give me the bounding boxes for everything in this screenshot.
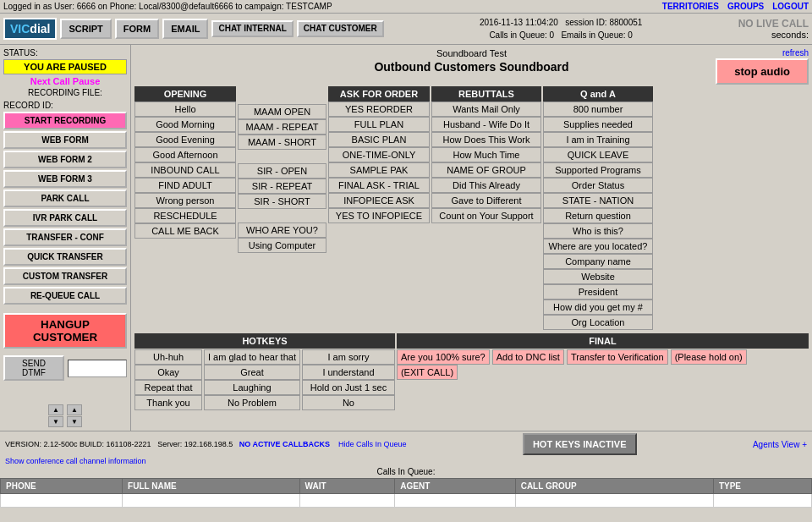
park-call-button[interactable]: PARK CALL <box>3 190 127 207</box>
sb-please-hold[interactable]: (Please hold on) <box>671 349 747 365</box>
sb-no-problem[interactable]: No Problem <box>204 395 300 410</box>
sb-order-status[interactable]: Order Status <box>543 178 653 193</box>
sb-infopiece-ask[interactable]: INFOPIECE ASK <box>328 193 430 208</box>
sb-where-located[interactable]: Where are you located? <box>543 239 653 254</box>
sb-good-evening[interactable]: Good Evening <box>134 132 236 147</box>
sb-president[interactable]: President <box>543 284 653 299</box>
territories-link[interactable]: TERRITORIES <box>662 2 719 11</box>
refresh-link[interactable]: refresh <box>782 48 809 58</box>
sb-hello[interactable]: Hello <box>134 102 236 117</box>
vol-down2-button[interactable]: ▼ <box>67 416 82 427</box>
sb-sample-pak[interactable]: SAMPLE PAK <box>328 162 430 178</box>
no-callbacks-link[interactable]: NO ACTIVE CALLBACKS <box>239 440 330 448</box>
sb-exit-call[interactable]: (EXIT CALL) <box>397 365 458 380</box>
email-button[interactable]: EMAIL <box>162 19 208 39</box>
logout-link[interactable]: LOGOUT <box>772 2 809 11</box>
hide-calls-link[interactable]: Hide Calls In Queue <box>338 440 407 448</box>
sb-maam-short[interactable]: MAAM - SHORT <box>238 135 326 150</box>
sb-i-understand[interactable]: I understand <box>302 365 395 380</box>
sb-company-name[interactable]: Company name <box>543 254 653 269</box>
send-dtmf-button[interactable]: SEND DTMF <box>3 355 64 381</box>
sb-thank-you[interactable]: Thank you <box>134 395 202 410</box>
sb-glad-hear[interactable]: I am glad to hear that <box>204 349 300 365</box>
sb-are-you-sure[interactable]: Are you 100% sure? <box>397 349 490 365</box>
sb-maam-empty <box>238 150 326 163</box>
sb-maam-open[interactable]: MAAM OPEN <box>238 104 326 119</box>
agents-view-link[interactable]: Agents View + <box>753 440 807 449</box>
sb-website[interactable]: Website <box>543 269 653 284</box>
custom-transfer-button[interactable]: CUSTOM TRANSFER <box>3 267 127 285</box>
transfer-conf-button[interactable]: TRANSFER - CONF <box>3 228 127 246</box>
sb-count-support[interactable]: Count on Your Support <box>431 208 541 223</box>
sb-org-location[interactable]: Org Location <box>543 315 653 330</box>
sb-maam-repeat[interactable]: MAAM - REPEAT <box>238 119 326 135</box>
sb-inbound-call[interactable]: INBOUND CALL <box>134 162 236 178</box>
sb-transfer-verification[interactable]: Transfer to Verification <box>567 349 668 365</box>
sb-good-afternoon[interactable]: Good Afternoon <box>134 147 236 162</box>
chat-customer-button[interactable]: CHAT CUSTOMER <box>297 20 384 37</box>
requeue-call-button[interactable]: RE-QUEUE CALL <box>3 287 127 305</box>
form-button[interactable]: FORM <box>115 19 159 39</box>
sb-good-morning[interactable]: Good Morning <box>134 117 236 132</box>
quick-transfer-button[interactable]: QUICK TRANSFER <box>3 248 127 266</box>
web-form-2-button[interactable]: WEB FORM 2 <box>3 151 127 168</box>
sb-laughing[interactable]: Laughing <box>204 380 300 395</box>
web-form-3-button[interactable]: WEB FORM 3 <box>3 170 127 188</box>
sb-hold-1-sec[interactable]: Hold on Just 1 sec <box>302 380 395 395</box>
sb-800-number[interactable]: 800 number <box>543 102 653 117</box>
sb-sir-open[interactable]: SIR - OPEN <box>238 163 326 179</box>
sb-how-get-number[interactable]: How did you get my # <box>543 299 653 315</box>
sb-gave-different[interactable]: Gave to Different <box>431 193 541 208</box>
stop-audio-button[interactable]: stop audio <box>716 58 809 85</box>
sb-full-plan[interactable]: FULL PLAN <box>328 117 430 132</box>
vol-down-button[interactable]: ▼ <box>48 416 63 427</box>
ivr-park-call-button[interactable]: IVR PARK CALL <box>3 209 127 227</box>
sb-wrong-person[interactable]: Wrong person <box>134 193 236 208</box>
web-form-button[interactable]: WEB FORM <box>3 131 127 149</box>
sb-basic-plan[interactable]: BASIC PLAN <box>328 132 430 147</box>
chat-internal-button[interactable]: CHAT INTERNAL <box>211 20 293 37</box>
sb-sir-short[interactable]: SIR - SHORT <box>238 194 326 209</box>
sb-quick-leave[interactable]: QUICK LEAVE <box>543 147 653 162</box>
sb-final-ask-trial[interactable]: FINAL ASK - TRIAL <box>328 178 430 193</box>
sb-did-this-already[interactable]: Did This Already <box>431 178 541 193</box>
sb-repeat-that[interactable]: Repeat that <box>134 380 202 395</box>
sb-husband-wife[interactable]: Husband - Wife Do It <box>431 117 541 132</box>
start-recording-button[interactable]: START RECORDING <box>3 112 127 129</box>
sb-reschedule[interactable]: RESCHEDULE <box>134 208 236 223</box>
sb-one-time-only[interactable]: ONE-TIME-ONLY <box>328 147 430 162</box>
sb-no[interactable]: No <box>302 395 395 410</box>
sb-uh-huh[interactable]: Uh-huh <box>134 349 202 365</box>
sb-yes-reorder[interactable]: YES REORDER <box>328 102 430 117</box>
sb-supplies-needed[interactable]: Supplies needed <box>543 117 653 132</box>
hangup-customer-button[interactable]: HANGUP CUSTOMER <box>3 313 127 349</box>
sb-find-adult[interactable]: FIND ADULT <box>134 178 236 193</box>
sb-call-me-back[interactable]: CALL ME BACK <box>134 223 236 239</box>
sb-supported-programs[interactable]: Supported Programs <box>543 162 653 178</box>
conference-link[interactable]: Show conference call channel information <box>5 457 146 465</box>
vol-up2-button[interactable]: ▲ <box>67 404 82 415</box>
groups-link[interactable]: GROUPS <box>727 2 764 11</box>
vol-up-button[interactable]: ▲ <box>48 404 63 415</box>
sb-sir-repeat[interactable]: SIR - REPEAT <box>238 179 326 194</box>
next-call-link[interactable]: Next Call Pause <box>30 76 101 86</box>
sb-who-are-you[interactable]: WHO ARE YOU? <box>238 223 326 238</box>
sb-how-much-time[interactable]: How Much Time <box>431 147 541 162</box>
sb-okay[interactable]: Okay <box>134 365 202 380</box>
sb-using-computer[interactable]: Using Computer <box>238 238 326 253</box>
sb-state-nation[interactable]: STATE - NATION <box>543 193 653 208</box>
sb-add-dnc[interactable]: Add to DNC list <box>492 349 564 365</box>
sb-how-does-work[interactable]: How Does This Work <box>431 132 541 147</box>
sb-i-am-sorry[interactable]: I am sorry <box>302 349 395 365</box>
dtmf-input[interactable] <box>68 360 127 377</box>
hotkeys-section: HOTKEYS Uh-huh Okay Repeat that Thank yo… <box>134 333 395 410</box>
sb-who-is-this[interactable]: Who is this? <box>543 223 653 239</box>
sb-great[interactable]: Great <box>204 365 300 380</box>
sb-yes-infopiece[interactable]: YES TO INFOPIECE <box>328 208 430 223</box>
sb-in-training[interactable]: I am in Training <box>543 132 653 147</box>
script-button[interactable]: SCRIPT <box>60 19 111 39</box>
sb-return-question[interactable]: Return question <box>543 208 653 223</box>
sb-name-of-group[interactable]: NAME OF GROUP <box>431 162 541 178</box>
sb-wants-mail[interactable]: Wants Mail Only <box>431 102 541 117</box>
hot-keys-inactive-button[interactable]: HOT KEYS INACTIVE <box>523 433 637 455</box>
